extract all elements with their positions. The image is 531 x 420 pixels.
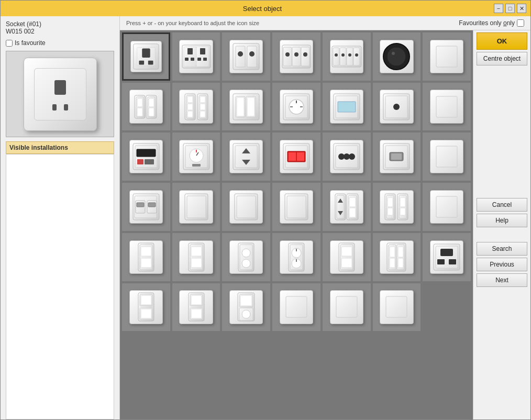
grid-item-11[interactable] — [323, 83, 371, 131]
grid-item-30[interactable] — [222, 233, 270, 281]
svg-rect-127 — [388, 197, 393, 207]
previous-button[interactable]: Previous — [477, 258, 527, 271]
close-button[interactable]: ✕ — [517, 4, 526, 13]
svg-rect-141 — [191, 258, 202, 268]
hint-text: Press + or - on your keyboard to adjust … — [126, 20, 259, 26]
grid-item-4[interactable] — [323, 32, 371, 81]
grid-item-24[interactable] — [272, 183, 320, 231]
next-button[interactable]: Next — [477, 273, 527, 287]
grid-item-2[interactable] — [222, 32, 270, 81]
svg-point-23 — [294, 52, 298, 57]
window-controls: − □ ✕ — [494, 4, 526, 13]
grid-item-38[interactable] — [272, 283, 320, 331]
grid-item-14[interactable] — [122, 132, 170, 181]
svg-rect-170 — [141, 295, 151, 305]
svg-point-18 — [249, 51, 255, 57]
svg-rect-49 — [187, 96, 193, 103]
grid-item-36[interactable] — [172, 283, 220, 331]
svg-rect-108 — [137, 203, 144, 207]
svg-point-25 — [303, 52, 307, 57]
content-area: Socket (#01) W015 002 Is favourite — [1, 16, 530, 419]
favourites-checkbox[interactable] — [517, 19, 524, 27]
svg-rect-56 — [200, 111, 205, 117]
svg-rect-103 — [391, 153, 402, 160]
grid-item-20[interactable] — [423, 132, 471, 181]
svg-point-99 — [349, 153, 355, 160]
preview-area — [6, 51, 114, 137]
search-button[interactable]: Search — [477, 242, 527, 256]
grid-item-15[interactable] — [172, 132, 220, 181]
minimize-button[interactable]: − — [494, 4, 503, 13]
main-area: OK Centre object Cancel Help Search Prev… — [120, 30, 530, 419]
svg-point-182 — [242, 310, 250, 318]
grid-item-17[interactable] — [272, 132, 320, 181]
grid-item-39[interactable] — [323, 283, 371, 331]
ok-button[interactable]: OK — [477, 32, 527, 50]
centre-object-button[interactable]: Centre object — [477, 52, 527, 65]
grid-item-6[interactable] — [423, 32, 471, 81]
help-button[interactable]: Help — [477, 214, 527, 227]
object-grid[interactable] — [120, 30, 473, 419]
grid-item-18[interactable] — [323, 132, 371, 181]
maximize-button[interactable]: □ — [505, 4, 515, 13]
svg-rect-167 — [449, 259, 456, 264]
top-bar: Press + or - on your keyboard to adjust … — [120, 16, 530, 30]
grid-item-7[interactable] — [122, 83, 170, 131]
grid-item-37[interactable] — [222, 283, 270, 331]
svg-rect-131 — [400, 197, 405, 207]
grid-item-26[interactable] — [373, 183, 421, 231]
grid-item-9[interactable] — [222, 83, 270, 131]
grid-item-3[interactable] — [272, 32, 320, 81]
svg-rect-93 — [289, 152, 296, 161]
cancel-button[interactable]: Cancel — [477, 198, 527, 212]
svg-rect-45 — [149, 98, 154, 107]
svg-rect-59 — [237, 97, 244, 116]
svg-rect-9 — [191, 58, 194, 61]
svg-rect-136 — [141, 247, 151, 256]
svg-rect-110 — [148, 203, 156, 207]
grid-item-1[interactable] — [172, 32, 220, 81]
object-info: Socket (#01) W015 002 — [1, 16, 119, 37]
main-window: Select object − □ ✕ Socket (#01) W015 00… — [0, 0, 531, 420]
window-title: Select object — [31, 5, 494, 13]
grid-item-13[interactable] — [423, 83, 471, 131]
svg-rect-124 — [349, 208, 356, 217]
svg-rect-61 — [247, 97, 255, 116]
svg-rect-177 — [191, 309, 202, 318]
grid-item-21[interactable] — [122, 183, 170, 231]
grid-item-40[interactable] — [373, 283, 421, 331]
grid-item-5[interactable] — [373, 32, 421, 81]
svg-rect-2 — [142, 48, 150, 57]
grid-item-8[interactable] — [172, 83, 220, 131]
grid-item-16[interactable] — [222, 132, 270, 181]
grid-item-35[interactable] — [122, 283, 170, 331]
grid-item-34[interactable] — [423, 233, 471, 281]
grid-item-31[interactable] — [272, 233, 320, 281]
grid-item-27[interactable] — [423, 183, 471, 231]
svg-point-37 — [392, 52, 395, 55]
grid-item-33[interactable] — [373, 233, 421, 281]
object-name-line1: Socket (#01) — [6, 20, 114, 28]
grid-item-25[interactable] — [323, 183, 371, 231]
grid-item-0[interactable] — [122, 32, 170, 81]
favourite-checkbox[interactable] — [6, 40, 13, 47]
svg-rect-4 — [148, 61, 153, 65]
grid-item-28[interactable] — [122, 233, 170, 281]
svg-rect-133 — [436, 196, 457, 217]
grid-item-29[interactable] — [172, 233, 220, 281]
object-name-line2: W015 002 — [6, 28, 114, 35]
svg-point-73 — [393, 104, 400, 110]
grid-item-12[interactable] — [373, 83, 421, 131]
grid-item-10[interactable] — [272, 83, 320, 131]
favourites-row: Favourites only only — [459, 19, 524, 27]
svg-rect-104 — [436, 146, 457, 167]
installations-list — [6, 154, 114, 419]
svg-rect-175 — [191, 295, 202, 305]
svg-rect-116 — [287, 196, 306, 218]
grid-item-19[interactable] — [373, 132, 421, 181]
grid-item-23[interactable] — [222, 183, 270, 231]
svg-rect-140 — [191, 247, 202, 256]
grid-item-22[interactable] — [172, 183, 220, 231]
grid-item-32[interactable] — [323, 233, 371, 281]
socket-bottom-holes — [52, 104, 68, 110]
